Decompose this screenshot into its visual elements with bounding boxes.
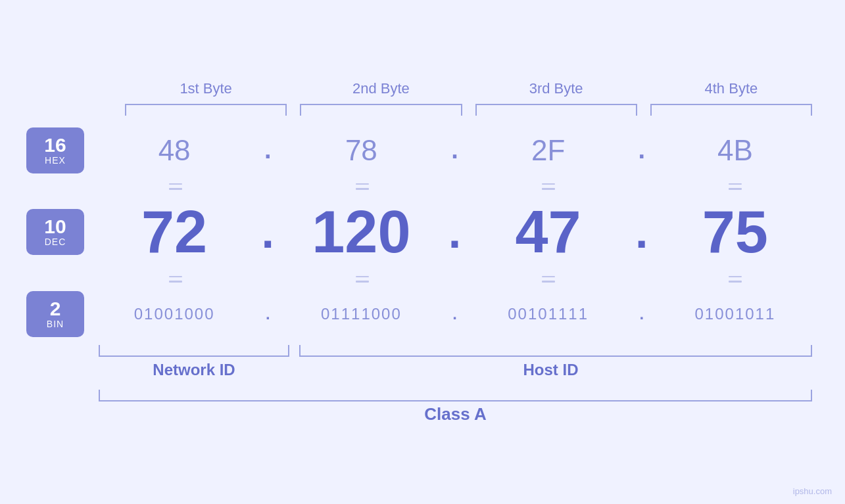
eq-line <box>356 281 369 283</box>
dot-sep-bin-3: . <box>632 305 652 323</box>
bottom-bracket-row <box>26 345 819 357</box>
eq-line <box>356 276 369 278</box>
dec-val-4: 75 <box>652 198 819 266</box>
byte-labels-row: 1st Byte 2nd Byte 3rd Byte 4th Byte <box>26 80 819 97</box>
dot-sep-dec-2: . <box>445 206 465 258</box>
network-id-bracket <box>99 345 289 357</box>
main-container: 1st Byte 2nd Byte 3rd Byte 4th Byte 16 H… <box>0 0 845 504</box>
dot-sep-hex-2: . <box>445 136 465 164</box>
eq-line <box>729 281 742 283</box>
byte-label-3: 3rd Byte <box>469 80 644 97</box>
top-bracket-row <box>26 104 819 116</box>
network-id-label: Network ID <box>99 361 289 379</box>
dot-sep-bin-1: . <box>258 305 278 323</box>
bin-val-2: 01111000 <box>278 305 445 323</box>
hex-row: 16 HEX 48 . 78 . 2F . 4B <box>26 127 819 173</box>
hex-base-num: 16 <box>44 135 66 155</box>
top-bracket-1 <box>125 104 287 116</box>
top-bracket-3 <box>475 104 637 116</box>
eq-line <box>729 188 742 190</box>
equals-icon-b1 <box>169 276 182 283</box>
eq-line <box>356 188 369 190</box>
bin-val-3: 00101111 <box>465 305 632 323</box>
dot-sep-bin-2: . <box>445 305 465 323</box>
host-id-label: Host ID <box>289 361 812 379</box>
equals-icon-b4 <box>729 276 742 283</box>
eq-col-4 <box>652 183 819 190</box>
eq-line <box>356 183 369 185</box>
bin-base-num: 2 <box>50 299 61 319</box>
eq-line <box>169 183 182 185</box>
eq-line <box>542 281 555 283</box>
eq-line <box>542 183 555 185</box>
equals-icon-2 <box>356 183 369 190</box>
byte-label-1: 1st Byte <box>118 80 293 97</box>
bin-base-label: BIN <box>47 319 64 329</box>
id-labels-row: Network ID Host ID <box>26 361 819 379</box>
bin-val-1: 01001000 <box>91 305 258 323</box>
top-bracket-4 <box>650 104 812 116</box>
hex-val-2: 78 <box>278 134 445 167</box>
class-label-row: Class A <box>26 404 819 424</box>
dot-sep-hex-3: . <box>632 136 652 164</box>
bin-values-area: 01001000 . 01111000 . 00101111 . 0100101… <box>91 305 819 323</box>
class-a-label: Class A <box>92 404 819 424</box>
dot-sep-hex-1: . <box>258 136 278 164</box>
watermark: ipshu.com <box>793 486 832 496</box>
hex-val-3: 2F <box>465 134 632 167</box>
eq-col-b1 <box>92 276 259 283</box>
byte-label-2: 2nd Byte <box>293 80 468 97</box>
bin-val-4: 01001011 <box>652 305 819 323</box>
equals-hex-dec <box>26 175 819 198</box>
hex-values-area: 48 . 78 . 2F . 4B <box>91 134 819 167</box>
dec-row: 10 DEC 72 . 120 . 47 . 75 <box>26 198 819 266</box>
host-id-bracket <box>299 345 812 357</box>
dot-sep-dec-1: . <box>258 206 278 258</box>
top-bracket-2 <box>300 104 462 116</box>
dot-sep-dec-3: . <box>632 206 652 258</box>
eq-line <box>169 188 182 190</box>
hex-badge: 16 HEX <box>26 127 84 173</box>
eq-line <box>729 183 742 185</box>
hex-val-4: 4B <box>652 134 819 167</box>
eq-line <box>542 276 555 278</box>
eq-line <box>169 281 182 283</box>
eq-col-3 <box>466 183 633 190</box>
dec-values-area: 72 . 120 . 47 . 75 <box>91 198 819 266</box>
equals-icon-1 <box>169 183 182 190</box>
eq-line <box>169 276 182 278</box>
dec-val-3: 47 <box>465 198 632 266</box>
equals-icon-b2 <box>356 276 369 283</box>
hex-val-1: 48 <box>91 134 258 167</box>
bin-badge: 2 BIN <box>26 291 84 337</box>
eq-col-2 <box>279 183 446 190</box>
eq-col-b3 <box>466 276 633 283</box>
bin-row: 2 BIN 01001000 . 01111000 . 00101111 . 0… <box>26 291 819 337</box>
eq-col-b4 <box>652 276 819 283</box>
eq-line <box>729 276 742 278</box>
class-bracket-row <box>26 390 819 401</box>
equals-dec-bin <box>26 267 819 291</box>
dec-badge: 10 DEC <box>26 209 84 255</box>
equals-icon-b3 <box>542 276 555 283</box>
equals-icon-4 <box>729 183 742 190</box>
dec-val-1: 72 <box>91 198 258 266</box>
dec-base-label: DEC <box>45 237 66 247</box>
eq-line <box>542 188 555 190</box>
eq-col-b2 <box>279 276 446 283</box>
dec-base-num: 10 <box>44 217 66 237</box>
class-a-bracket <box>99 390 812 401</box>
byte-label-4: 4th Byte <box>644 80 819 97</box>
equals-icon-3 <box>542 183 555 190</box>
dec-val-2: 120 <box>278 198 445 266</box>
hex-base-label: HEX <box>45 155 66 166</box>
eq-col-1 <box>92 183 259 190</box>
